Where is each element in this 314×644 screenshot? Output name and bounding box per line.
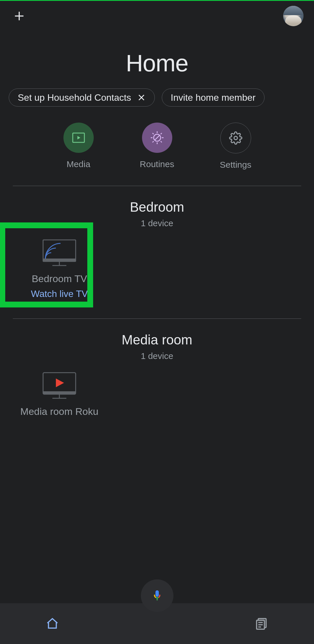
chip-label: Invite home member	[171, 92, 256, 103]
room-title: Bedroom	[0, 199, 314, 215]
shortcut-settings[interactable]: Settings	[212, 123, 259, 170]
page-title: Home	[0, 49, 314, 77]
chip-invite-home-member[interactable]: Invite home member	[162, 89, 265, 107]
shortcut-media[interactable]: Media	[55, 123, 102, 170]
chip-label: Set up Household Contacts	[18, 92, 131, 103]
shortcut-media-circle	[63, 123, 94, 153]
suggestion-chips: Set up Household Contacts Invite home me…	[0, 89, 314, 107]
svg-line-13	[161, 141, 162, 142]
routines-icon	[150, 130, 165, 145]
shortcut-settings-label: Settings	[220, 160, 251, 170]
divider	[13, 319, 301, 319]
svg-marker-25	[56, 378, 64, 387]
shortcut-routines-label: Routines	[140, 159, 174, 169]
svg-line-14	[152, 141, 154, 142]
shortcut-row: Media Routines	[0, 123, 314, 170]
room-title: Media room	[0, 332, 314, 348]
svg-line-15	[161, 133, 162, 134]
plus-icon	[13, 10, 26, 22]
shortcut-routines-circle	[142, 123, 172, 153]
avatar[interactable]	[283, 6, 304, 26]
device-media-room-roku[interactable]: Media room Roku	[13, 370, 106, 443]
device-action-link[interactable]: Watch live TV	[31, 289, 88, 299]
room-subtitle: 1 device	[0, 218, 314, 228]
microphone-icon	[151, 589, 164, 602]
room-media-room: Media room 1 device Media room Roku	[0, 332, 314, 451]
device-bedroom-tv[interactable]: Bedroom TV Watch live TV	[13, 237, 106, 310]
home-icon	[46, 617, 59, 630]
divider	[13, 186, 301, 186]
device-name: Media room Roku	[20, 406, 98, 417]
top-bar	[0, 0, 314, 32]
nav-feed[interactable]	[250, 612, 273, 635]
add-button[interactable]	[10, 7, 28, 25]
svg-rect-22	[43, 391, 76, 394]
room-subtitle: 1 device	[0, 351, 314, 361]
shortcut-routines[interactable]: Routines	[134, 123, 180, 170]
shortcut-settings-circle	[220, 123, 251, 153]
shortcut-media-label: Media	[67, 159, 91, 169]
cast-tv-icon	[38, 237, 81, 269]
device-name: Bedroom TV	[32, 273, 87, 284]
chip-setup-household-contacts[interactable]: Set up Household Contacts	[9, 89, 155, 107]
feed-icon	[255, 617, 268, 630]
close-icon	[137, 93, 146, 102]
status-bar-accent	[0, 0, 314, 1]
voice-assistant-button[interactable]	[141, 579, 173, 612]
svg-line-7	[155, 135, 159, 140]
svg-point-16	[234, 136, 237, 140]
gear-icon	[229, 131, 242, 145]
svg-marker-5	[77, 136, 80, 139]
media-play-icon	[72, 132, 86, 144]
room-bedroom: Bedroom 1 device Bedroom TV Watch live T…	[0, 199, 314, 319]
chip-dismiss[interactable]	[137, 93, 146, 102]
svg-rect-18	[43, 259, 76, 261]
svg-line-12	[152, 133, 154, 134]
nav-home[interactable]	[41, 612, 64, 635]
tv-play-icon	[38, 370, 81, 402]
